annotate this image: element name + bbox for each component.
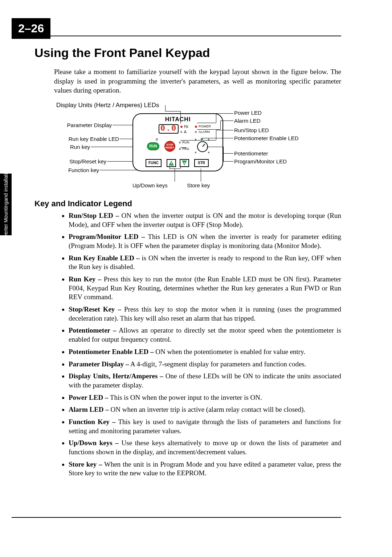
pot-tick-icon: [208, 152, 209, 153]
alarm-led-icon: [195, 131, 197, 133]
power-led-icon: [195, 126, 197, 128]
callout-prg-monitor-led: Program/Monitor LED: [234, 158, 287, 164]
callout-run-stop-led: Run/Stop LED: [234, 127, 269, 133]
leader-line: [220, 121, 233, 121]
hz-led-icon: [180, 126, 183, 128]
callout-power-led: Power LED: [234, 110, 262, 116]
leader-line: [165, 111, 180, 111]
legend-list: Run/Stop LED – ON when the inverter outp…: [64, 211, 341, 478]
run-enable-led-icon: [156, 138, 158, 141]
callout-function-key: Function key: [56, 167, 99, 173]
store-key-button[interactable]: STR: [194, 159, 209, 167]
leader-line: [216, 130, 216, 140]
callout-store-key: Store key: [187, 182, 210, 188]
run-led-icon: [179, 142, 181, 143]
leader-line: [201, 168, 201, 182]
callout-alarm-led: Alarm LED: [234, 118, 261, 124]
pot-tick-icon: [195, 152, 196, 153]
legend-item: Power LED – This is ON when the power in…: [69, 393, 341, 402]
leader-line: [165, 105, 166, 111]
legend-item: Display Units, Hertz/Amperes – One of th…: [69, 372, 341, 390]
legend-item: Potentiometer Enable LED – ON when the p…: [69, 347, 341, 357]
down-key-button[interactable]: 2: [180, 159, 189, 167]
leader-line: [175, 168, 175, 182]
stop-reset-button[interactable]: STOP RESET: [164, 141, 175, 152]
leader-line: [180, 140, 216, 141]
side-tab: Inverter Mountingand installation: [0, 174, 12, 235]
leader-line: [170, 167, 170, 168]
run-led-label: RUN: [182, 141, 189, 144]
subsection-title: Key and Indicator Legend: [34, 199, 341, 208]
leader-line: [180, 111, 181, 123]
brand-label: HITACHI: [133, 116, 222, 123]
leader-line: [100, 170, 140, 170]
run-key-button[interactable]: RUN: [147, 142, 159, 150]
legend-item: Run Key – Press this key to run the moto…: [69, 275, 341, 302]
amp-label: A: [184, 130, 187, 134]
leader-line: [216, 113, 216, 123]
callout-pot-enable-led: Potentiometer Enable LED: [234, 135, 299, 141]
leader-line: [223, 153, 233, 154]
main-content: Using the Front Panel Keypad Please take…: [34, 44, 341, 481]
leader-line: [223, 161, 233, 162]
alarm-label: ALARM: [199, 130, 210, 134]
callout-potentiometer: Potentiometer: [234, 150, 268, 156]
keypad-diagram: Parameter Display Run key Enable LED Run…: [56, 111, 318, 191]
legend-item: Function Key – This key is used to navig…: [69, 418, 341, 435]
callout-run-key-enable-led: Run key Enable LED: [56, 136, 119, 142]
parameter-display: 0.0: [159, 124, 179, 134]
legend-item: Stop/Reset Key – Press this key to stop …: [69, 305, 341, 323]
legend-item: Up/Down keys – Use these keys alternativ…: [69, 439, 341, 456]
down-arrow-icon: 2: [182, 160, 187, 166]
callout-parameter-display: Parameter Display: [56, 122, 112, 128]
leader-line: [180, 147, 186, 148]
intro-paragraph: Please take a moment to familiarize your…: [54, 67, 341, 95]
keypad-panel: HITACHI 0.0 Hz A POWER ALARM RUN STOP RE…: [132, 113, 223, 171]
legend-item: Run/Stop LED – ON when the inverter outp…: [69, 211, 341, 229]
legend-item: Potentiometer – Allows an operator to di…: [69, 326, 341, 344]
header-rule: [12, 36, 341, 36]
amp-led-icon: [180, 131, 182, 133]
legend-item: Run Key Enable LED – is ON when the inve…: [69, 254, 341, 272]
legend-item: Parameter Display – A 4-digit, 7-segment…: [69, 360, 341, 369]
callout-up-down-keys: Up/Down keys: [132, 182, 168, 188]
leader-line: [197, 129, 220, 130]
side-tab-text: Inverter Mountingand installation: [4, 168, 8, 241]
prg-led-icon: [179, 148, 181, 150]
section-title: Using the Front Panel Keypad: [34, 46, 341, 60]
callout-stop-reset-key: Stop/Reset key: [56, 158, 106, 164]
footer-rule: [12, 517, 341, 518]
leader-line: [197, 123, 216, 123]
leader-line: [170, 168, 180, 169]
leader-line: [180, 167, 181, 168]
up-key-button[interactable]: 1: [167, 159, 176, 167]
power-label: POWER: [199, 125, 211, 128]
leader-line: [216, 113, 233, 114]
legend-item: Alarm LED – ON when an inverter trip is …: [69, 405, 341, 414]
func-key-button[interactable]: FUNC: [146, 159, 162, 167]
display-value: 0.0: [160, 124, 177, 133]
leader-line: [223, 147, 224, 161]
hz-label: Hz: [184, 125, 188, 129]
callout-run-key: Run key: [56, 144, 90, 150]
leader-line: [216, 130, 233, 130]
legend-item: Store key – When the unit is in Program …: [69, 460, 341, 478]
leader-line: [207, 147, 223, 147]
diagram-title: Display Units (Hertz / Amperes) LEDs: [56, 102, 341, 109]
up-arrow-icon: 1: [169, 160, 174, 166]
legend-item: Program/Monitor LED – This LED is ON whe…: [69, 232, 341, 250]
leader-line: [220, 121, 221, 129]
leader-line: [202, 138, 233, 138]
